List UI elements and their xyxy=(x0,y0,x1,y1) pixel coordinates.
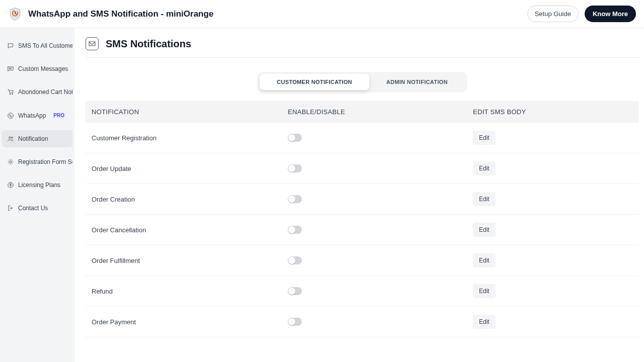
notification-name: Order Cancellation xyxy=(92,226,288,234)
envelope-icon xyxy=(86,37,99,50)
edit-button[interactable]: Edit xyxy=(473,253,496,267)
header-right: Setup Guide Know More xyxy=(527,6,636,22)
users-icon xyxy=(7,135,14,142)
sidebar-item-label: SMS To All Customers xyxy=(18,42,72,49)
svg-point-5 xyxy=(11,137,13,138)
sidebar-item-contact-us[interactable]: Contact Us xyxy=(2,200,72,217)
sidebar-item-label: Registration Form Set... xyxy=(18,158,72,165)
tab-admin-notification[interactable]: ADMIN NOTIFICATION xyxy=(369,74,465,90)
notification-name: Customer Registration xyxy=(92,134,288,142)
edit-button[interactable]: Edit xyxy=(473,192,496,206)
table-row: Order UpdateEdit xyxy=(86,153,639,184)
tabs: CUSTOMER NOTIFICATION ADMIN NOTIFICATION xyxy=(86,72,639,92)
enable-toggle[interactable] xyxy=(288,164,302,172)
notification-name: Order Fulfillment xyxy=(92,257,288,264)
brand-logo-icon xyxy=(8,7,22,21)
notification-name: Order Update xyxy=(92,165,288,172)
table-row: RefundEdit xyxy=(86,276,639,307)
enable-toggle[interactable] xyxy=(288,134,302,142)
app-title: WhatsApp and SMS Notification - miniOran… xyxy=(28,9,213,19)
gear-icon xyxy=(7,158,14,165)
chat-bubble-icon xyxy=(7,42,14,49)
app-header: WhatsApp and SMS Notification - miniOran… xyxy=(0,0,644,28)
table-row: Customer RegistrationEdit xyxy=(86,123,639,153)
sidebar-item-abandoned-cart[interactable]: Abondoned Cart Noti... xyxy=(2,83,72,101)
th-edit: EDIT SMS BODY xyxy=(473,108,633,116)
sidebar-item-custom-messages[interactable]: Custom Messages xyxy=(2,60,72,77)
main-content: SMS Notifications CUSTOMER NOTIFICATION … xyxy=(74,28,644,362)
sidebar-item-label: Contact Us xyxy=(18,205,48,212)
svg-point-2 xyxy=(12,94,13,95)
edit-button[interactable]: Edit xyxy=(473,315,496,329)
shopping-cart-icon xyxy=(7,88,14,96)
header-left: WhatsApp and SMS Notification - miniOran… xyxy=(8,7,213,21)
edit-button[interactable]: Edit xyxy=(473,131,496,145)
th-enable: ENABLE/DISABLE xyxy=(288,108,473,116)
svg-point-1 xyxy=(10,94,11,95)
sidebar-item-notification[interactable]: Notification xyxy=(2,130,72,147)
enable-toggle[interactable] xyxy=(288,226,302,234)
th-notification: NOTIFICATION xyxy=(92,108,288,116)
sidebar-item-licensing-plans[interactable]: Licensing Plans xyxy=(2,176,72,194)
enable-toggle[interactable] xyxy=(288,256,302,264)
sidebar-item-sms-all-customers[interactable]: SMS To All Customers xyxy=(2,37,72,54)
layout: SMS To All Customers Custom Messages Abo… xyxy=(0,28,644,362)
page-title: SMS Notifications xyxy=(106,38,191,50)
sidebar-item-label: Abondoned Cart Noti... xyxy=(18,88,72,96)
message-square-icon xyxy=(7,65,14,72)
sidebar-item-label: Licensing Plans xyxy=(18,182,60,189)
tab-customer-notification[interactable]: CUSTOMER NOTIFICATION xyxy=(260,74,369,90)
sidebar-item-whatsapp[interactable]: WhatsApp PRO xyxy=(2,107,72,124)
tab-container: CUSTOMER NOTIFICATION ADMIN NOTIFICATION xyxy=(258,72,466,92)
sidebar-item-label: WhatsApp xyxy=(18,112,46,119)
page-header: SMS Notifications xyxy=(86,37,639,58)
sidebar: SMS To All Customers Custom Messages Abo… xyxy=(0,28,74,362)
setup-guide-button[interactable]: Setup Guide xyxy=(527,6,579,22)
logout-icon xyxy=(7,205,14,212)
table-row: Order CreationEdit xyxy=(86,184,639,215)
know-more-button[interactable]: Know More xyxy=(585,6,636,22)
edit-button[interactable]: Edit xyxy=(473,284,496,298)
table-header: NOTIFICATION ENABLE/DISABLE EDIT SMS BOD… xyxy=(86,101,639,123)
table-row: Order CancellationEdit xyxy=(86,215,639,245)
sidebar-item-registration-form[interactable]: Registration Form Set... xyxy=(2,153,72,170)
pro-badge: PRO xyxy=(50,112,67,119)
enable-toggle[interactable] xyxy=(288,318,302,326)
enable-toggle[interactable] xyxy=(288,195,302,203)
table-row: Order PaymentEdit xyxy=(86,307,639,337)
svg-point-4 xyxy=(9,137,11,139)
enable-toggle[interactable] xyxy=(288,287,302,295)
table-row: Order FulfillmentEdit xyxy=(86,245,639,276)
edit-button[interactable]: Edit xyxy=(473,161,496,175)
whatsapp-icon xyxy=(7,112,14,119)
sidebar-item-label: Notification xyxy=(18,135,48,142)
notifications-table: NOTIFICATION ENABLE/DISABLE EDIT SMS BOD… xyxy=(86,101,639,337)
edit-button[interactable]: Edit xyxy=(473,223,496,237)
notification-name: Refund xyxy=(92,288,288,295)
notification-name: Order Payment xyxy=(92,318,288,326)
notification-name: Order Creation xyxy=(92,196,288,203)
dollar-icon xyxy=(7,182,14,189)
svg-point-6 xyxy=(10,161,12,163)
sidebar-item-label: Custom Messages xyxy=(18,65,68,72)
